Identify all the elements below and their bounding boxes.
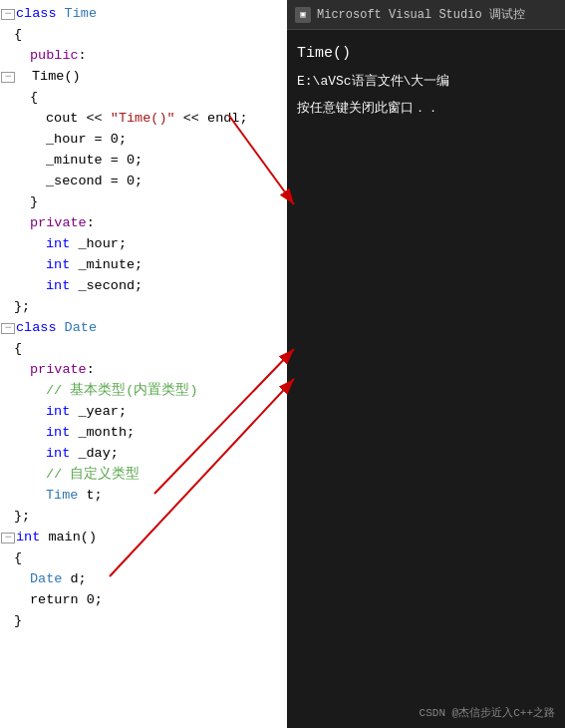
- code-line: int _day;: [0, 444, 309, 465]
- code-line: private:: [0, 213, 309, 234]
- code-line: int _month;: [0, 423, 309, 444]
- code-line: };: [0, 507, 309, 528]
- token: };: [14, 509, 30, 524]
- token: int: [46, 446, 70, 461]
- token: t;: [78, 488, 102, 503]
- code-line: int _second;: [0, 276, 309, 297]
- code-line: −int main(): [0, 528, 309, 548]
- token: _minute = 0;: [46, 153, 142, 168]
- console-panel: ▣ Microsoft Visual Studio 调试控 Time() E:\…: [287, 0, 565, 728]
- code-line: −class Date: [0, 318, 309, 339]
- token: Date: [30, 571, 62, 586]
- code-line: // 基本类型(内置类型): [0, 381, 309, 402]
- console-footer: CSDN @杰信步近入C++之路: [420, 705, 555, 720]
- code-line: Date d;: [0, 569, 309, 590]
- console-titlebar: ▣ Microsoft Visual Studio 调试控: [287, 0, 565, 30]
- code-tokens: int main(): [16, 528, 97, 548]
- code-tokens: {: [30, 88, 38, 109]
- token: int: [46, 404, 70, 419]
- console-icon: ▣: [295, 7, 311, 23]
- code-tokens: public:: [30, 46, 87, 67]
- code-line: {: [0, 25, 309, 46]
- console-output-line2: E:\aVSc语言文件\大一编: [297, 72, 555, 93]
- code-tokens: int _year;: [46, 402, 127, 423]
- token: Time: [46, 488, 78, 503]
- token: "Time()": [111, 111, 175, 126]
- token: };: [14, 299, 30, 314]
- code-tokens: Time(): [32, 67, 81, 88]
- token: _second = 0;: [46, 174, 142, 188]
- token: _day;: [70, 446, 119, 461]
- code-line: {: [0, 339, 309, 360]
- token: int: [46, 425, 70, 440]
- code-tokens: private:: [30, 213, 95, 234]
- code-tokens: Time t;: [46, 486, 103, 507]
- token: Time(): [32, 69, 81, 84]
- code-tokens: cout << "Time()" << endl;: [46, 109, 248, 130]
- token: return 0;: [30, 592, 103, 607]
- token: Date: [65, 320, 97, 335]
- code-line: }: [0, 611, 309, 632]
- code-tokens: int _second;: [46, 276, 142, 297]
- code-line: int _hour;: [0, 234, 309, 255]
- collapse-gutter[interactable]: −: [1, 9, 15, 20]
- code-line: _hour = 0;: [0, 130, 309, 151]
- code-content: −class Time{public:−Time(){cout << "Time…: [0, 0, 309, 636]
- code-tokens: int _hour;: [46, 234, 127, 255]
- code-tokens: };: [14, 297, 30, 318]
- code-tokens: _minute = 0;: [46, 151, 142, 172]
- console-output-line3: 按任意键关闭此窗口．．: [297, 99, 555, 120]
- code-line: _minute = 0;: [0, 151, 309, 172]
- token: {: [14, 27, 22, 42]
- token: _hour;: [70, 236, 127, 251]
- token: }: [14, 613, 22, 628]
- collapse-gutter[interactable]: −: [1, 72, 15, 83]
- code-tokens: class Time: [16, 4, 97, 25]
- token: main(): [40, 530, 97, 545]
- code-line: // 自定义类型: [0, 465, 309, 486]
- token: :: [87, 362, 95, 377]
- code-tokens: {: [14, 25, 22, 46]
- code-line: private:: [0, 360, 309, 381]
- code-tokens: };: [14, 507, 30, 528]
- code-tokens: class Date: [16, 318, 97, 339]
- code-tokens: // 基本类型(内置类型): [46, 381, 198, 402]
- code-line: −class Time: [0, 4, 309, 25]
- console-icon-symbol: ▣: [300, 9, 305, 20]
- token: << endl;: [175, 111, 248, 126]
- code-line: {: [0, 88, 309, 109]
- token: d;: [62, 571, 86, 586]
- token: {: [14, 550, 22, 565]
- code-tokens: int _month;: [46, 423, 135, 444]
- token: private: [30, 362, 87, 377]
- code-line: int _year;: [0, 402, 309, 423]
- collapse-gutter[interactable]: −: [1, 533, 15, 544]
- console-title: Microsoft Visual Studio 调试控: [317, 6, 525, 23]
- code-tokens: int _day;: [46, 444, 119, 465]
- code-line: cout << "Time()" << endl;: [0, 109, 309, 130]
- token: // 自定义类型: [46, 467, 140, 482]
- code-tokens: {: [14, 339, 22, 360]
- code-line: }: [0, 192, 309, 213]
- code-tokens: private:: [30, 360, 95, 381]
- token: :: [87, 215, 95, 230]
- token: Time: [65, 6, 97, 21]
- token: // 基本类型(内置类型): [46, 383, 198, 398]
- code-line: int _minute;: [0, 255, 309, 276]
- code-tokens: _hour = 0;: [46, 130, 127, 151]
- token: :: [79, 48, 87, 63]
- token: _hour = 0;: [46, 132, 127, 147]
- code-tokens: // 自定义类型: [46, 465, 140, 486]
- code-tokens: Date d;: [30, 569, 87, 590]
- token: int: [46, 278, 70, 293]
- code-line: {: [0, 548, 309, 569]
- token: _second;: [70, 278, 142, 293]
- token: int: [16, 530, 40, 545]
- token: {: [14, 341, 22, 356]
- collapse-gutter[interactable]: −: [1, 323, 15, 334]
- console-output-line1: Time(): [297, 42, 555, 66]
- token: class: [16, 320, 65, 335]
- code-editor: −class Time{public:−Time(){cout << "Time…: [0, 0, 309, 728]
- code-tokens: _second = 0;: [46, 172, 142, 192]
- token: public: [30, 48, 79, 63]
